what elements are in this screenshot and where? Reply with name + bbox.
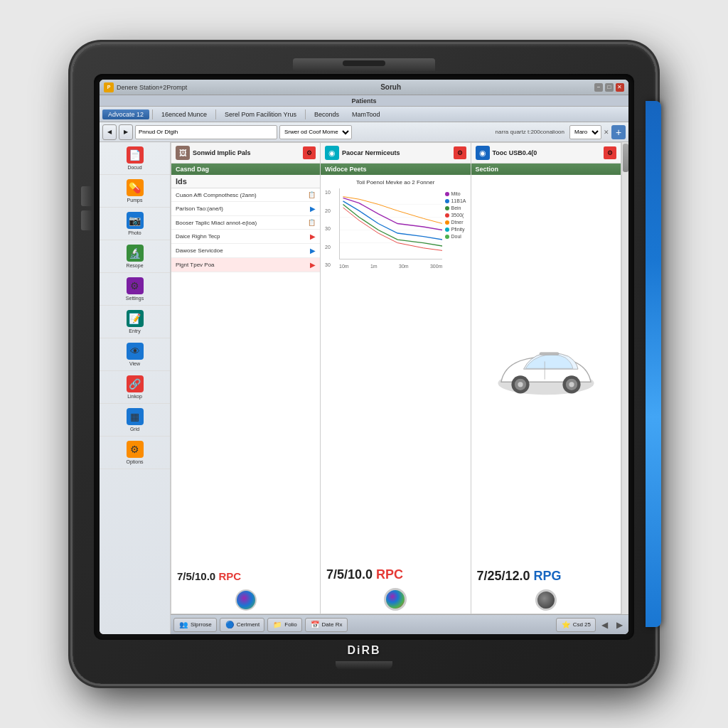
address-text: narra quartz t:200conalioon (496, 129, 564, 135)
sidebar-item-view[interactable]: 👁 View (100, 338, 170, 371)
menu-item-2[interactable]: Serel Pom Facilition Yrus (219, 109, 302, 119)
panel-left-header: 🖼 Sonwid Implic Pals ⚙ (171, 143, 320, 164)
sidebar-item-options[interactable]: ⚙ Options (100, 437, 170, 469)
tablet-bottom: DiRB (87, 640, 641, 670)
sidebar-item-photo[interactable]: 📷 Photo (100, 208, 170, 240)
bottom-btn-1[interactable]: 🔵 Cerlment (220, 618, 264, 632)
sidebar-item-grid[interactable]: ▦ Grid (100, 404, 170, 437)
panel-middle-header: ◉ Paocar Nermiceuts ⚙ (321, 143, 471, 164)
arrow-3: ▶ (310, 232, 316, 240)
maximize-button[interactable]: □ (605, 83, 614, 92)
list-item-3[interactable]: Daice Righn Tecp ▶ (171, 230, 320, 244)
scrollbar[interactable] (621, 142, 628, 614)
svg-point-7 (518, 382, 523, 387)
legend-item-0: Mito (445, 191, 466, 196)
list-item-4[interactable]: Dawose Servicdoe ▶ (171, 244, 320, 258)
panel-left-settings[interactable]: ⚙ (303, 146, 316, 159)
bottom-bumper (336, 661, 392, 670)
panel-middle-settings[interactable]: ⚙ (454, 146, 466, 159)
sidebar: 📄 Docud 💊 Pumps 📷 Photo 🔬 Resope (100, 142, 171, 634)
subtitle-bar: Patients (100, 95, 628, 107)
panel-right-settings[interactable]: ⚙ (604, 146, 616, 159)
panel-middle-stats: 7/5/10.0 RPC (321, 564, 471, 585)
legend-item-1: 11B1A (445, 198, 466, 203)
car-illustration (471, 175, 621, 566)
bottom-toolbar: 👥 Slprrose 🔵 Cerlment 📁 Folio 📅 (171, 614, 628, 634)
window-controls: − □ ✕ (594, 83, 624, 92)
stats-suffix-middle: RPC (373, 567, 403, 582)
panel-right-section: Section (471, 164, 621, 175)
list-item-5[interactable]: Plgnt Tpev Poa ▶ (171, 258, 320, 272)
menu-item-4[interactable]: MamTood (346, 109, 386, 119)
bottom-btn-2[interactable]: 📁 Folio (267, 618, 301, 632)
sidebar-item-linkop[interactable]: 🔗 Linkop (100, 371, 170, 404)
spinner-middle (321, 585, 471, 614)
list-item-0[interactable]: Cuaon Affi Compnothesc (2ann) 📋 (171, 188, 320, 202)
stats-suffix-right: RPG (530, 569, 562, 583)
menu-item-1[interactable]: 16enced Munce (156, 109, 213, 119)
window-label: Denere Station+2Prompt (117, 84, 187, 91)
close-search[interactable]: ✕ (604, 129, 609, 136)
legend-item-6: Doul (445, 234, 466, 239)
sidebar-item-resope[interactable]: 🔬 Resope (100, 240, 170, 273)
panels-row: 🖼 Sonwid Implic Pals ⚙ Casnd Dag Ids Cua… (171, 142, 628, 614)
app-icon: P (104, 82, 114, 92)
ids-label: Ids (171, 175, 320, 188)
panel-left-stats: 7/5/10.0 RPC (171, 566, 320, 587)
bottom-btn-4[interactable]: ⭐ Csd 25 (556, 618, 596, 632)
chart-title: Toil Poenol Mevke ao 2 Fonner (325, 179, 466, 186)
list-item-1[interactable]: Parlson Tao:(ane/l) ▶ (171, 202, 320, 216)
panel-left-title: Sonwid Implic Pals (193, 149, 251, 156)
arrow-5: ▶ (310, 261, 316, 269)
app-title: Soruh (380, 83, 401, 91)
toolbar: ◀ ▶ Srwer od Coof Mome narra quartz t:20… (100, 122, 628, 142)
panel-left: 🖼 Sonwid Implic Pals ⚙ Casnd Dag Ids Cua… (171, 142, 320, 614)
svg-point-10 (569, 382, 574, 387)
filter-dropdown[interactable]: Srwer od Coof Mome (279, 125, 352, 139)
panel-middle-icon: ◉ (325, 146, 339, 160)
sidebar-item-pumps[interactable]: 💊 Pumps (100, 175, 170, 208)
panel-right-header: ◉ Tooc USB0.4(0 ⚙ (471, 143, 621, 164)
sidebar-item-entry[interactable]: 📝 Entry (100, 306, 170, 338)
legend-item-3: 3500( (445, 213, 466, 218)
screen: P Denere Station+2Prompt Soruh − □ ✕ Pat… (100, 80, 628, 634)
menu-item-0[interactable]: Advocate 12 (102, 109, 149, 119)
panel-right-icon: ◉ (476, 146, 490, 160)
bottom-btn-3[interactable]: 📅 Date Rx (305, 618, 348, 632)
content-area: 🖼 Sonwid Implic Pals ⚙ Casnd Dag Ids Cua… (171, 142, 628, 634)
panel-middle: ◉ Paocar Nermiceuts ⚙ Widoce Peets Toil … (320, 142, 471, 614)
line-chart (339, 188, 442, 259)
bottom-icon-0: 👥 (178, 620, 188, 630)
add-button[interactable]: + (611, 125, 626, 139)
back-button[interactable]: ◀ (102, 124, 117, 140)
location-input[interactable] (135, 125, 277, 139)
panel-middle-section: Widoce Peets (321, 164, 471, 175)
bottom-icon-2: 📁 (272, 620, 282, 630)
panel-right: ◉ Tooc USB0.4(0 ⚙ Section (471, 142, 622, 614)
panel-middle-title: Paocar Nermiceuts (342, 149, 400, 156)
spinner-right (471, 587, 621, 614)
view-dropdown[interactable]: Maro (569, 125, 601, 139)
spinner-icon (171, 587, 320, 614)
panel-left-icon: 🖼 (176, 146, 190, 160)
scrollbar-thumb[interactable] (623, 144, 628, 172)
sidebar-item-docud[interactable]: 📄 Docud (100, 142, 170, 175)
list-item-2[interactable]: Booser Taplic Miacl annot-e(ioa) 📋 (171, 216, 320, 230)
stats-suffix-left: RPC (215, 570, 241, 582)
panel-right-title: Tooc USB0.4(0 (493, 149, 537, 156)
forward-button[interactable]: ▶ (119, 124, 133, 140)
side-button-1[interactable] (81, 186, 92, 206)
close-button[interactable]: ✕ (616, 83, 624, 92)
nav-back[interactable]: ◀ (599, 619, 611, 631)
bottom-btn-0[interactable]: 👥 Slprrose (173, 618, 217, 632)
minimize-button[interactable]: − (594, 83, 603, 92)
sidebar-item-settings[interactable]: ⚙ Settings (100, 273, 170, 306)
item-icon-0: 📋 (308, 191, 316, 198)
screen-bezel: P Denere Station+2Prompt Soruh − □ ✕ Pat… (94, 74, 634, 640)
nav-forward[interactable]: ▶ (614, 619, 626, 631)
side-button-2[interactable] (81, 210, 92, 230)
legend-item-5: Pfinity (445, 227, 466, 232)
panel-right-stats: 7/25/12.0 RPG (471, 566, 621, 587)
tablet-top-bumper (293, 58, 435, 71)
menu-item-3[interactable]: Beconds (309, 109, 345, 119)
